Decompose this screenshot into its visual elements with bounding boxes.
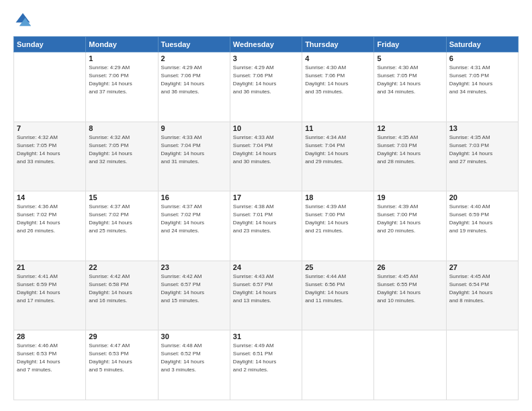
calendar-cell: 30Sunrise: 4:48 AM Sunset: 6:52 PM Dayli… <box>158 330 230 400</box>
calendar-cell <box>14 52 86 122</box>
calendar-cell: 23Sunrise: 4:42 AM Sunset: 6:57 PM Dayli… <box>158 261 230 330</box>
day-number: 7 <box>17 124 83 132</box>
calendar-header-monday: Monday <box>86 37 158 52</box>
calendar-cell: 1Sunrise: 4:29 AM Sunset: 7:06 PM Daylig… <box>86 52 158 122</box>
day-number: 8 <box>89 124 154 132</box>
calendar-cell: 14Sunrise: 4:36 AM Sunset: 7:02 PM Dayli… <box>14 191 86 261</box>
day-info: Sunrise: 4:38 AM Sunset: 7:01 PM Dayligh… <box>233 203 299 235</box>
calendar-cell: 16Sunrise: 4:37 AM Sunset: 7:02 PM Dayli… <box>158 191 230 261</box>
day-info: Sunrise: 4:33 AM Sunset: 7:04 PM Dayligh… <box>161 134 227 166</box>
calendar-cell: 11Sunrise: 4:34 AM Sunset: 7:04 PM Dayli… <box>302 122 374 191</box>
day-info: Sunrise: 4:41 AM Sunset: 6:59 PM Dayligh… <box>17 273 83 305</box>
day-info: Sunrise: 4:46 AM Sunset: 6:53 PM Dayligh… <box>17 342 83 374</box>
calendar-cell: 8Sunrise: 4:32 AM Sunset: 7:05 PM Daylig… <box>86 122 158 191</box>
day-number: 25 <box>305 263 371 271</box>
day-number: 24 <box>233 263 299 271</box>
calendar-header-tuesday: Tuesday <box>158 37 230 52</box>
calendar-cell: 15Sunrise: 4:37 AM Sunset: 7:02 PM Dayli… <box>86 191 158 261</box>
calendar-cell <box>302 330 374 400</box>
calendar-header-thursday: Thursday <box>302 37 374 52</box>
calendar-header-saturday: Saturday <box>446 37 518 52</box>
day-number: 9 <box>161 124 227 132</box>
calendar-header-friday: Friday <box>374 37 446 52</box>
calendar-cell: 18Sunrise: 4:39 AM Sunset: 7:00 PM Dayli… <box>302 191 374 261</box>
day-info: Sunrise: 4:29 AM Sunset: 7:06 PM Dayligh… <box>161 64 227 96</box>
calendar-cell: 31Sunrise: 4:49 AM Sunset: 6:51 PM Dayli… <box>230 330 302 400</box>
day-info: Sunrise: 4:45 AM Sunset: 6:54 PM Dayligh… <box>449 273 515 305</box>
day-info: Sunrise: 4:31 AM Sunset: 7:05 PM Dayligh… <box>449 64 515 96</box>
day-info: Sunrise: 4:44 AM Sunset: 6:56 PM Dayligh… <box>305 273 371 305</box>
calendar-table: SundayMondayTuesdayWednesdayThursdayFrid… <box>13 36 519 400</box>
day-number: 22 <box>89 263 154 271</box>
day-number: 5 <box>377 54 443 62</box>
day-number: 3 <box>233 54 299 62</box>
day-number: 15 <box>89 193 154 201</box>
calendar-header-row: SundayMondayTuesdayWednesdayThursdayFrid… <box>14 37 519 52</box>
day-number: 2 <box>161 54 227 62</box>
day-info: Sunrise: 4:29 AM Sunset: 7:06 PM Dayligh… <box>89 64 154 96</box>
day-number: 12 <box>377 124 443 132</box>
day-number: 14 <box>17 193 83 201</box>
calendar-cell: 20Sunrise: 4:40 AM Sunset: 6:59 PM Dayli… <box>446 191 518 261</box>
day-number: 26 <box>377 263 443 271</box>
day-info: Sunrise: 4:29 AM Sunset: 7:06 PM Dayligh… <box>233 64 299 96</box>
day-info: Sunrise: 4:33 AM Sunset: 7:04 PM Dayligh… <box>233 134 299 166</box>
day-info: Sunrise: 4:30 AM Sunset: 7:05 PM Dayligh… <box>377 64 443 96</box>
day-info: Sunrise: 4:37 AM Sunset: 7:02 PM Dayligh… <box>89 203 154 235</box>
day-info: Sunrise: 4:34 AM Sunset: 7:04 PM Dayligh… <box>305 134 371 166</box>
day-info: Sunrise: 4:32 AM Sunset: 7:05 PM Dayligh… <box>17 134 83 166</box>
header <box>13 11 519 30</box>
calendar-week-1: 1Sunrise: 4:29 AM Sunset: 7:06 PM Daylig… <box>14 52 519 122</box>
day-info: Sunrise: 4:40 AM Sunset: 6:59 PM Dayligh… <box>449 203 515 235</box>
calendar-cell: 21Sunrise: 4:41 AM Sunset: 6:59 PM Dayli… <box>14 261 86 330</box>
calendar-week-4: 21Sunrise: 4:41 AM Sunset: 6:59 PM Dayli… <box>14 261 519 330</box>
day-info: Sunrise: 4:35 AM Sunset: 7:03 PM Dayligh… <box>377 134 443 166</box>
day-info: Sunrise: 4:39 AM Sunset: 7:00 PM Dayligh… <box>377 203 443 235</box>
calendar-cell: 6Sunrise: 4:31 AM Sunset: 7:05 PM Daylig… <box>446 52 518 122</box>
day-number: 27 <box>449 263 515 271</box>
calendar-cell: 4Sunrise: 4:30 AM Sunset: 7:06 PM Daylig… <box>302 52 374 122</box>
day-info: Sunrise: 4:48 AM Sunset: 6:52 PM Dayligh… <box>161 342 227 374</box>
calendar-cell: 2Sunrise: 4:29 AM Sunset: 7:06 PM Daylig… <box>158 52 230 122</box>
day-number: 19 <box>377 193 443 201</box>
calendar-cell: 22Sunrise: 4:42 AM Sunset: 6:58 PM Dayli… <box>86 261 158 330</box>
day-number: 30 <box>161 332 227 340</box>
logo <box>13 11 35 30</box>
page: SundayMondayTuesdayWednesdayThursdayFrid… <box>0 0 532 411</box>
calendar-header-wednesday: Wednesday <box>230 37 302 52</box>
day-number: 10 <box>233 124 299 132</box>
day-info: Sunrise: 4:30 AM Sunset: 7:06 PM Dayligh… <box>305 64 371 96</box>
day-info: Sunrise: 4:42 AM Sunset: 6:57 PM Dayligh… <box>161 273 227 305</box>
day-number: 21 <box>17 263 83 271</box>
calendar-cell: 19Sunrise: 4:39 AM Sunset: 7:00 PM Dayli… <box>374 191 446 261</box>
day-number: 6 <box>449 54 515 62</box>
day-number: 11 <box>305 124 371 132</box>
calendar-cell: 28Sunrise: 4:46 AM Sunset: 6:53 PM Dayli… <box>14 330 86 400</box>
day-number: 1 <box>89 54 154 62</box>
day-number: 23 <box>161 263 227 271</box>
calendar-header-sunday: Sunday <box>14 37 86 52</box>
day-info: Sunrise: 4:49 AM Sunset: 6:51 PM Dayligh… <box>233 342 299 374</box>
calendar-cell: 12Sunrise: 4:35 AM Sunset: 7:03 PM Dayli… <box>374 122 446 191</box>
day-info: Sunrise: 4:36 AM Sunset: 7:02 PM Dayligh… <box>17 203 83 235</box>
calendar-cell: 17Sunrise: 4:38 AM Sunset: 7:01 PM Dayli… <box>230 191 302 261</box>
day-info: Sunrise: 4:42 AM Sunset: 6:58 PM Dayligh… <box>89 273 154 305</box>
calendar-cell: 27Sunrise: 4:45 AM Sunset: 6:54 PM Dayli… <box>446 261 518 330</box>
logo-icon <box>13 11 32 30</box>
calendar-cell <box>374 330 446 400</box>
calendar-week-5: 28Sunrise: 4:46 AM Sunset: 6:53 PM Dayli… <box>14 330 519 400</box>
day-number: 16 <box>161 193 227 201</box>
day-info: Sunrise: 4:35 AM Sunset: 7:03 PM Dayligh… <box>449 134 515 166</box>
day-number: 29 <box>89 332 154 340</box>
day-info: Sunrise: 4:43 AM Sunset: 6:57 PM Dayligh… <box>233 273 299 305</box>
calendar-cell: 13Sunrise: 4:35 AM Sunset: 7:03 PM Dayli… <box>446 122 518 191</box>
day-number: 4 <box>305 54 371 62</box>
day-info: Sunrise: 4:45 AM Sunset: 6:55 PM Dayligh… <box>377 273 443 305</box>
day-info: Sunrise: 4:37 AM Sunset: 7:02 PM Dayligh… <box>161 203 227 235</box>
day-number: 13 <box>449 124 515 132</box>
calendar-week-3: 14Sunrise: 4:36 AM Sunset: 7:02 PM Dayli… <box>14 191 519 261</box>
day-info: Sunrise: 4:32 AM Sunset: 7:05 PM Dayligh… <box>89 134 154 166</box>
calendar-cell: 26Sunrise: 4:45 AM Sunset: 6:55 PM Dayli… <box>374 261 446 330</box>
calendar-cell: 5Sunrise: 4:30 AM Sunset: 7:05 PM Daylig… <box>374 52 446 122</box>
calendar-cell: 29Sunrise: 4:47 AM Sunset: 6:53 PM Dayli… <box>86 330 158 400</box>
